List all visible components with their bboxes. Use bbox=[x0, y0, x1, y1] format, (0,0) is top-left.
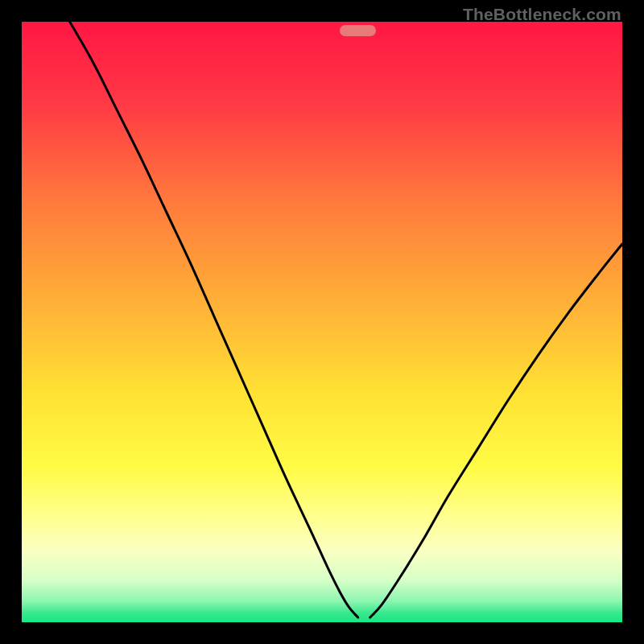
bottleneck-curve-left bbox=[70, 22, 358, 617]
chart-container: TheBottleneck.com bbox=[0, 0, 644, 644]
optimal-marker bbox=[340, 25, 376, 36]
curve-layer bbox=[22, 22, 622, 622]
plot-area bbox=[22, 22, 622, 622]
bottleneck-curve-right bbox=[370, 244, 622, 617]
